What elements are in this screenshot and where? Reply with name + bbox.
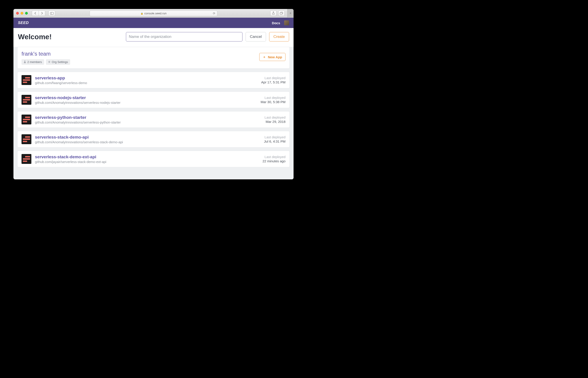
app-repo: github.com/AnomalyInnovations/serverless… [35, 120, 261, 124]
app-deploy: Last deployed Mar 30, 5:38 PM [261, 96, 286, 104]
sidebar-toggle-button[interactable] [48, 11, 55, 16]
members-pill[interactable]: 2 members [22, 59, 44, 65]
minimize-window-icon[interactable] [21, 12, 23, 14]
app-icon [22, 154, 31, 164]
browser-chrome: 🔒 console.seed.run ⟳ + [13, 9, 294, 18]
app-name[interactable]: serverless-app [35, 76, 258, 81]
new-app-label: New App [268, 55, 282, 59]
docs-link[interactable]: Docs [272, 21, 280, 25]
members-label: 2 members [27, 60, 42, 64]
nav-buttons [32, 11, 45, 16]
svg-rect-0 [50, 12, 53, 14]
app-repo: github.com/AnomalyInnovations/serverless… [35, 101, 257, 105]
app-name[interactable]: serverless-stack-demo-ext-api [35, 154, 259, 159]
reload-icon[interactable]: ⟳ [213, 12, 215, 15]
app-icon [22, 75, 31, 85]
org-settings-pill[interactable]: ⚙ Org Settings [46, 59, 70, 65]
close-window-icon[interactable] [16, 12, 19, 14]
logo[interactable]: SEED [18, 21, 29, 25]
create-button[interactable]: Create [269, 32, 289, 41]
app-repo: github.com/AnomalyInnovations/serverless… [35, 140, 260, 144]
app-info: serverless-python-starter github.com/Ano… [35, 115, 261, 124]
deploy-label: Last deployed [261, 96, 286, 100]
content-area: Welcome! Cancel Create frank's team 2 me… [13, 28, 294, 179]
app-name[interactable]: serverless-python-starter [35, 115, 261, 120]
apps-list: serverless-app github.com/fwang/serverle… [13, 69, 294, 173]
page-title: Welcome! [18, 33, 52, 41]
team-name[interactable]: frank's team [22, 51, 286, 57]
deploy-time: 22 minutes ago [262, 159, 286, 163]
app-info: serverless-stack-demo-ext-api github.com… [35, 154, 259, 164]
user-icon [24, 61, 26, 63]
app-repo: github.com/fwang/serverless-demo [35, 81, 258, 85]
gear-icon: ⚙ [48, 61, 51, 63]
app-deploy: Last deployed Mar 29, 2018 [265, 115, 286, 123]
welcome-row: Welcome! Cancel Create [13, 28, 294, 47]
team-card: frank's team 2 members ⚙ Org Settings ＋ … [17, 47, 290, 69]
app-row[interactable]: serverless-python-starter github.com/Ano… [17, 111, 290, 128]
app-deploy: Last deployed Jul 6, 4:31 PM [264, 135, 286, 143]
deploy-label: Last deployed [264, 135, 286, 139]
svg-point-4 [25, 61, 25, 62]
back-button[interactable] [32, 11, 39, 16]
tabs-button[interactable] [278, 11, 285, 16]
app-row[interactable]: serverless-nodejs-starter github.com/Ano… [17, 92, 290, 108]
app-icon [22, 134, 31, 144]
url-text: console.seed.run [144, 12, 167, 15]
maximize-window-icon[interactable] [25, 12, 28, 14]
app-info: serverless-nodejs-starter github.com/Ano… [35, 95, 257, 105]
app-row[interactable]: serverless-stack-demo-api github.com/Ano… [17, 131, 290, 148]
avatar[interactable] [284, 20, 289, 25]
app-info: serverless-app github.com/fwang/serverle… [35, 76, 258, 85]
app-row[interactable]: serverless-stack-demo-ext-api github.com… [17, 151, 290, 167]
app-info: serverless-stack-demo-api github.com/Ano… [35, 135, 260, 144]
app-icon [22, 95, 31, 105]
deploy-label: Last deployed [261, 76, 286, 80]
forward-button[interactable] [39, 11, 45, 16]
app-deploy: Last deployed 22 minutes ago [262, 155, 286, 163]
deploy-label: Last deployed [262, 155, 286, 159]
deploy-time: Mar 30, 5:38 PM [261, 100, 286, 104]
new-app-button[interactable]: ＋ New App [259, 53, 286, 61]
app-icon [22, 115, 31, 124]
deploy-time: Apr 17, 5:31 PM [261, 80, 286, 84]
app-header: SEED Docs [13, 18, 294, 28]
app-name[interactable]: serverless-nodejs-starter [35, 95, 257, 100]
deploy-label: Last deployed [265, 115, 286, 119]
lock-icon: 🔒 [141, 12, 143, 14]
window-controls [16, 12, 28, 14]
deploy-time: Mar 29, 2018 [265, 120, 286, 123]
browser-window: 🔒 console.seed.run ⟳ + SEED Docs Welcome… [13, 9, 294, 179]
deploy-time: Jul 6, 4:31 PM [264, 139, 286, 143]
share-button[interactable] [270, 11, 276, 16]
plus-icon: ＋ [263, 55, 266, 59]
new-tab-button[interactable]: + [287, 9, 294, 18]
svg-rect-3 [280, 13, 282, 14]
app-name[interactable]: serverless-stack-demo-api [35, 135, 260, 140]
url-bar[interactable]: 🔒 console.seed.run ⟳ [90, 11, 217, 16]
settings-label: Org Settings [52, 60, 68, 64]
org-name-input[interactable] [126, 32, 242, 41]
app-repo: github.com/jayair/serverless-stack-demo-… [35, 160, 259, 164]
app-deploy: Last deployed Apr 17, 5:31 PM [261, 76, 286, 84]
cancel-button[interactable]: Cancel [246, 32, 266, 41]
app-row[interactable]: serverless-app github.com/fwang/serverle… [17, 72, 290, 88]
